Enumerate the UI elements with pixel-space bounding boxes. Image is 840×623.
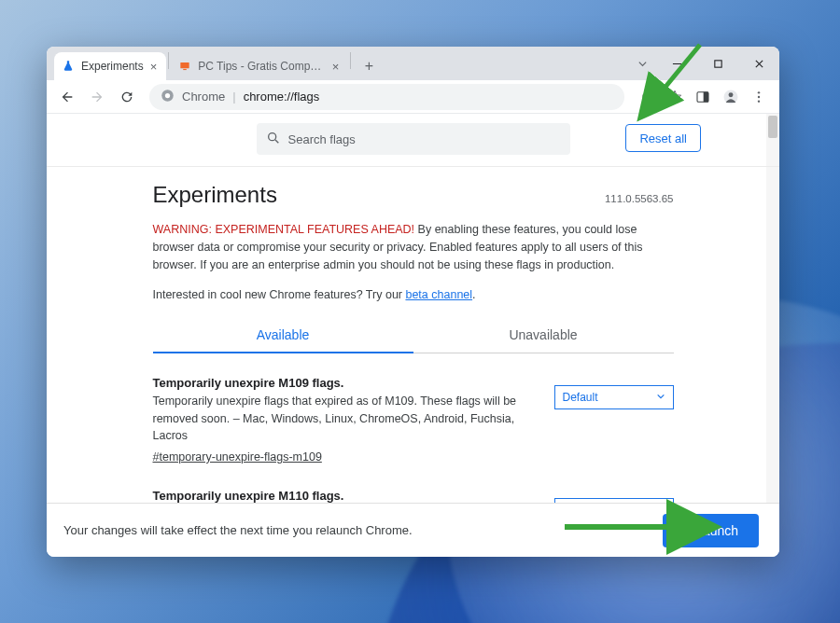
tab-title: PC Tips - Gratis Computer Tips, ... (198, 60, 325, 73)
menu-icon[interactable] (746, 84, 772, 110)
flag-select[interactable]: Default (554, 498, 674, 503)
forward-button[interactable] (84, 84, 110, 110)
tab-title: Experiments (81, 60, 144, 73)
svg-rect-1 (184, 69, 188, 70)
bookmark-icon[interactable] (662, 84, 688, 110)
url-scheme: Chrome (182, 90, 225, 104)
svg-rect-3 (714, 60, 721, 66)
window-controls (628, 47, 779, 80)
maximize-button[interactable] (697, 47, 738, 80)
tab-separator (168, 52, 169, 69)
flag-item: Temporarily unexpire M110 flags. Tempora… (153, 466, 674, 503)
warning-prefix: WARNING: EXPERIMENTAL FEATURES AHEAD! (153, 223, 415, 236)
tab-pctips[interactable]: PC Tips - Gratis Computer Tips, ... × (171, 52, 348, 80)
new-tab-button[interactable]: + (357, 54, 381, 78)
chevron-down-icon[interactable] (628, 47, 656, 80)
flag-desc: Temporarily unexpire flags that expired … (153, 393, 539, 445)
relaunch-message: Your changes will take effect the next t… (63, 523, 413, 537)
tab-unavailable[interactable]: Unavailable (413, 318, 674, 353)
chrome-icon (161, 89, 175, 105)
tab-strip: Experiments × PC Tips - Gratis Computer … (47, 47, 779, 80)
side-panel-icon[interactable] (690, 84, 716, 110)
svg-point-9 (729, 92, 734, 97)
page-heading: Experiments (153, 182, 277, 208)
svg-rect-7 (704, 91, 708, 102)
search-input[interactable]: Search flags (257, 123, 570, 155)
search-placeholder: Search flags (288, 132, 356, 146)
share-icon[interactable] (634, 84, 660, 110)
version-label: 111.0.5563.65 (605, 193, 674, 204)
flag-tabs: Available Unavailable (153, 318, 674, 353)
browser-window: Experiments × PC Tips - Gratis Computer … (47, 47, 779, 557)
svg-rect-0 (181, 62, 189, 68)
address-bar[interactable]: Chrome | chrome://flags (149, 84, 624, 110)
beta-suffix: . (472, 288, 475, 301)
toolbar: Chrome | chrome://flags (47, 80, 779, 114)
warning-text: WARNING: EXPERIMENTAL FEATURES AHEAD! By… (153, 221, 674, 273)
profile-icon[interactable] (718, 84, 744, 110)
svg-point-12 (758, 100, 760, 102)
scrollbar[interactable] (766, 114, 779, 503)
flag-item: Temporarily unexpire M109 flags. Tempora… (153, 353, 674, 466)
flask-icon (62, 60, 75, 73)
beta-prefix: Interested in cool new Chrome features? … (153, 288, 406, 301)
close-icon[interactable]: × (332, 61, 340, 73)
beta-channel-link[interactable]: beta channel (405, 288, 472, 301)
back-button[interactable] (54, 84, 80, 110)
close-window-button[interactable] (738, 47, 779, 80)
relaunch-button[interactable]: Relaunch (663, 514, 759, 547)
svg-point-10 (758, 91, 760, 93)
tab-separator (350, 52, 351, 69)
beta-text: Interested in cool new Chrome features? … (153, 288, 674, 301)
relaunch-bar: Your changes will take effect the next t… (47, 503, 779, 557)
page-content: Search flags Reset all Experiments 111.0… (47, 114, 779, 557)
flag-hash-link[interactable]: #temporary-unexpire-flags-m109 (153, 449, 322, 466)
flag-title: Temporarily unexpire M109 flags. (153, 374, 539, 393)
url-separator: | (232, 90, 235, 104)
svg-point-13 (268, 132, 275, 140)
search-icon (266, 131, 281, 148)
svg-point-11 (758, 95, 760, 97)
reset-all-button[interactable]: Reset all (625, 124, 701, 152)
close-icon[interactable]: × (150, 61, 158, 73)
flag-title: Temporarily unexpire M110 flags. (153, 487, 539, 503)
svg-line-14 (275, 140, 278, 143)
tab-available[interactable]: Available (153, 318, 413, 353)
reload-button[interactable] (114, 84, 140, 110)
minimize-button[interactable] (656, 47, 697, 80)
flag-select-value: Default (563, 391, 598, 404)
tab-experiments[interactable]: Experiments × (54, 52, 166, 80)
pctips-icon (178, 60, 191, 73)
chevron-down-icon (656, 391, 665, 404)
svg-point-5 (165, 92, 170, 97)
flag-select[interactable]: Default (554, 385, 674, 409)
url-path: chrome://flags (244, 90, 320, 104)
